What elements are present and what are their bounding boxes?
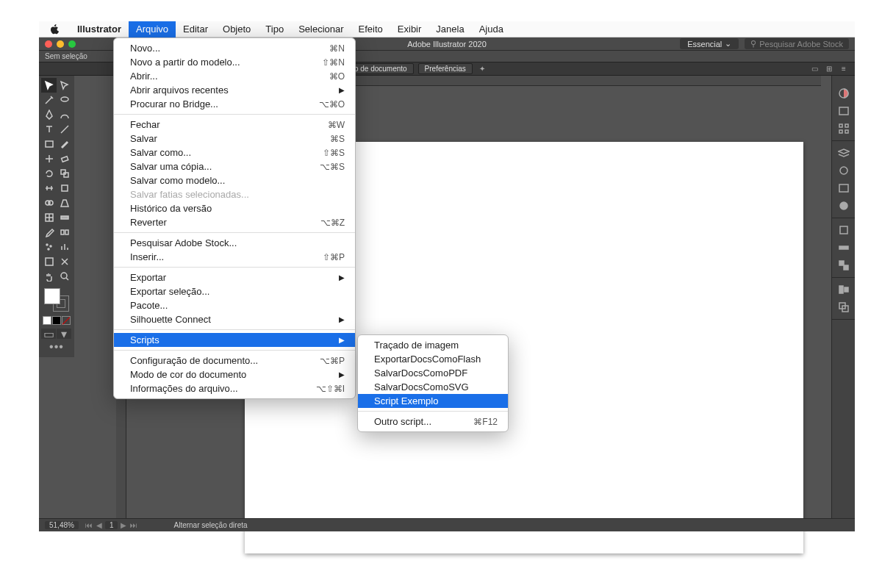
file-menu-item-4[interactable]: Procurar no Bridge...⌥⌘O bbox=[114, 97, 355, 111]
shaper-tool[interactable] bbox=[41, 151, 57, 166]
file-menu-item-13[interactable]: Reverter⌥⌘Z bbox=[114, 215, 355, 229]
align-panel-icon[interactable] bbox=[832, 281, 856, 298]
blend-tool[interactable] bbox=[57, 225, 72, 240]
width-tool[interactable] bbox=[41, 181, 57, 196]
swatches-icon[interactable] bbox=[832, 102, 856, 120]
none-mode[interactable] bbox=[62, 316, 71, 325]
align-icon[interactable]: ✦ bbox=[477, 64, 487, 74]
workspace-switcher[interactable]: Essencial⌄ bbox=[680, 38, 739, 49]
file-menu-item-1[interactable]: Novo a partir do modelo...⇧⌘N bbox=[114, 55, 355, 69]
menu-ajuda[interactable]: Ajuda bbox=[472, 21, 511, 37]
file-menu-item-15[interactable]: Pesquisar Adobe Stock... bbox=[114, 236, 355, 250]
scripts-menu-item-2[interactable]: SalvarDocsComoPDF bbox=[358, 366, 508, 380]
file-menu-item-2[interactable]: Abrir...⌘O bbox=[114, 69, 355, 83]
free-transform-tool[interactable] bbox=[57, 181, 72, 196]
first-page-icon[interactable]: ⏮ bbox=[85, 521, 93, 530]
shape-builder-tool[interactable] bbox=[41, 196, 57, 210]
maximize-icon[interactable] bbox=[68, 40, 76, 48]
file-menu-item-16[interactable]: Inserir...⇧⌘P bbox=[114, 250, 355, 264]
file-menu-item-12[interactable]: Histórico da versão bbox=[114, 201, 355, 215]
fill-swatch[interactable] bbox=[44, 288, 60, 304]
close-icon[interactable] bbox=[45, 40, 52, 48]
last-page-icon[interactable]: ⏭ bbox=[129, 521, 138, 530]
perspective-tool[interactable] bbox=[57, 196, 72, 210]
minimize-icon[interactable] bbox=[57, 40, 64, 48]
direct-selection-tool[interactable] bbox=[57, 78, 72, 93]
eyedropper-tool[interactable] bbox=[41, 225, 57, 240]
panel-icon[interactable]: ▭ bbox=[809, 64, 820, 74]
transparency-icon[interactable] bbox=[832, 257, 856, 274]
slice-tool[interactable] bbox=[57, 254, 72, 269]
color-picker-icon[interactable] bbox=[832, 85, 856, 102]
menu-exibir[interactable]: Exibir bbox=[390, 21, 429, 37]
file-menu-item-7[interactable]: Salvar⌘S bbox=[114, 132, 355, 146]
file-menu-item-21[interactable]: Silhouette Connect▶ bbox=[114, 312, 355, 326]
fill-stroke[interactable] bbox=[43, 288, 74, 315]
menu-janela[interactable]: Janela bbox=[429, 21, 471, 37]
edit-toolbar[interactable]: ▾ bbox=[57, 329, 71, 339]
list-icon[interactable]: ≡ bbox=[839, 64, 849, 74]
file-menu-item-6[interactable]: Fechar⌘W bbox=[114, 118, 355, 132]
layers-icon[interactable] bbox=[832, 144, 856, 162]
menu-arquivo[interactable]: Arquivo bbox=[129, 21, 176, 37]
search-input[interactable]: ⚲Pesquisar Adobe Stock bbox=[745, 38, 849, 49]
file-menu-item-18[interactable]: Exportar▶ bbox=[114, 270, 355, 284]
zoom-level[interactable]: 51,48% bbox=[45, 521, 79, 529]
magic-wand-tool[interactable] bbox=[41, 93, 57, 107]
scripts-menu-item-1[interactable]: ExportarDocsComoFlash bbox=[358, 352, 508, 366]
file-menu-item-0[interactable]: Novo...⌘N bbox=[114, 41, 355, 55]
lasso-tool[interactable] bbox=[57, 93, 72, 107]
eraser-tool[interactable] bbox=[57, 151, 72, 166]
scripts-menu-item-4[interactable]: Script Exemplo bbox=[358, 394, 508, 408]
next-page-icon[interactable]: ▶ bbox=[119, 521, 128, 530]
scale-tool[interactable] bbox=[57, 166, 72, 181]
symbol-sprayer-tool[interactable] bbox=[41, 240, 57, 254]
scripts-menu-item-0[interactable]: Traçado de imagem bbox=[358, 338, 508, 352]
menu-tipo[interactable]: Tipo bbox=[258, 21, 291, 37]
gradient-mode[interactable] bbox=[52, 316, 61, 325]
menu-editar[interactable]: Editar bbox=[176, 21, 215, 37]
scripts-menu-item-3[interactable]: SalvarDocsComoSVG bbox=[358, 380, 508, 394]
grid-icon[interactable]: ⊞ bbox=[824, 64, 834, 74]
mesh-tool[interactable] bbox=[41, 210, 57, 225]
menu-objeto[interactable]: Objeto bbox=[215, 21, 258, 37]
prev-page-icon[interactable]: ◀ bbox=[95, 521, 104, 530]
pathfinder-icon[interactable] bbox=[832, 298, 856, 316]
zoom-tool[interactable] bbox=[57, 269, 72, 284]
paintbrush-tool[interactable] bbox=[57, 137, 72, 151]
file-menu-item-10[interactable]: Salvar como modelo... bbox=[114, 173, 355, 187]
file-menu-item-26[interactable]: Modo de cor do documento▶ bbox=[114, 368, 355, 381]
file-menu-item-9[interactable]: Salvar uma cópia...⌥⌘S bbox=[114, 159, 355, 173]
hand-tool[interactable] bbox=[41, 269, 57, 284]
file-menu-item-20[interactable]: Pacote... bbox=[114, 298, 355, 312]
brushes-icon[interactable] bbox=[832, 120, 856, 137]
properties-icon[interactable] bbox=[832, 179, 856, 197]
file-menu-item-25[interactable]: Configuração de documento...⌥⌘P bbox=[114, 354, 355, 368]
appearance-icon[interactable] bbox=[832, 162, 856, 179]
screen-mode[interactable]: ▭ bbox=[41, 329, 56, 339]
toolbox-more[interactable]: ••• bbox=[41, 339, 72, 355]
file-menu-item-27[interactable]: Informações do arquivo...⌥⇧⌘I bbox=[114, 381, 355, 395]
apple-icon[interactable] bbox=[49, 24, 60, 35]
pen-tool[interactable] bbox=[41, 107, 57, 122]
file-menu-item-3[interactable]: Abrir arquivos recentes▶ bbox=[114, 83, 355, 97]
file-menu-item-19[interactable]: Exportar seleção... bbox=[114, 284, 355, 298]
type-tool[interactable] bbox=[41, 122, 57, 137]
page-number[interactable]: 1 bbox=[105, 521, 118, 529]
prefs-button[interactable]: Preferências bbox=[418, 63, 473, 74]
graph-tool[interactable] bbox=[57, 240, 72, 254]
rotate-tool[interactable] bbox=[41, 166, 57, 181]
line-tool[interactable] bbox=[57, 122, 72, 137]
menu-efeito[interactable]: Efeito bbox=[351, 21, 390, 37]
curvature-tool[interactable] bbox=[57, 107, 72, 122]
selection-tool[interactable] bbox=[41, 78, 57, 93]
artboard-tool[interactable] bbox=[41, 254, 57, 269]
gradient-icon[interactable] bbox=[832, 239, 856, 257]
rectangle-tool[interactable] bbox=[41, 137, 57, 151]
color-mode[interactable] bbox=[43, 316, 51, 325]
scripts-menu-item-6[interactable]: Outro script...⌘F12 bbox=[358, 415, 508, 429]
libraries-icon[interactable] bbox=[832, 197, 856, 215]
menu-selecionar[interactable]: Selecionar bbox=[291, 21, 351, 37]
gradient-tool[interactable] bbox=[57, 210, 72, 225]
file-menu-item-8[interactable]: Salvar como...⇧⌘S bbox=[114, 146, 355, 159]
